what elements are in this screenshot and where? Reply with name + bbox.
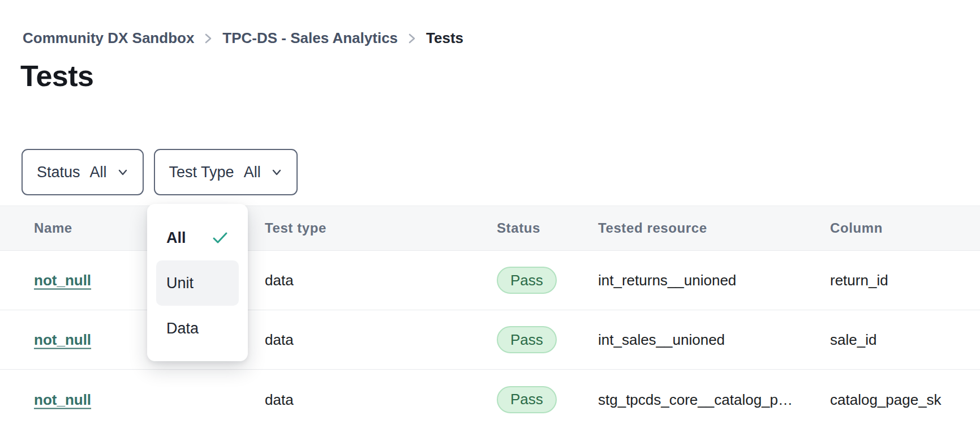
test-type-dropdown-menu: All Unit Data <box>147 204 248 361</box>
test-type-cell: data <box>265 272 294 289</box>
column-header-column: Column <box>830 206 883 250</box>
page-title: Tests <box>20 59 93 93</box>
test-type-filter-value: All <box>244 164 261 181</box>
chevron-right-icon <box>203 31 213 46</box>
column-header-tested-resource: Tested resource <box>598 206 707 250</box>
filter-bar: Status All Test Type All <box>22 149 298 195</box>
status-filter-button[interactable]: Status All <box>22 149 144 195</box>
status-badge: Pass <box>497 386 557 413</box>
status-badge: Pass <box>497 267 557 294</box>
column-cell: return_id <box>830 272 888 289</box>
test-type-cell: data <box>265 331 294 349</box>
status-cell: Pass <box>497 326 557 353</box>
status-badge: Pass <box>497 326 557 353</box>
test-name-cell: not_null <box>34 391 91 408</box>
dropdown-option-unit[interactable]: Unit <box>156 260 239 306</box>
test-name-link[interactable]: not_null <box>34 272 91 289</box>
status-filter-value: All <box>90 164 107 181</box>
status-filter-label: Status <box>37 164 80 181</box>
status-cell: Pass <box>497 386 557 413</box>
column-cell: sale_id <box>830 331 876 349</box>
test-name-link[interactable]: not_null <box>34 391 91 408</box>
column-header-name: Name <box>34 206 72 250</box>
breadcrumb-item-current: Tests <box>426 29 463 47</box>
column-header-status: Status <box>497 206 540 250</box>
dropdown-option-label: Data <box>166 320 199 337</box>
breadcrumb-item-project[interactable]: TPC-DS - Sales Analytics <box>222 29 398 47</box>
tested-resource-cell: int_sales__unioned <box>598 331 725 349</box>
test-type-cell: data <box>265 391 294 408</box>
dropdown-option-data[interactable]: Data <box>156 306 239 351</box>
breadcrumb-item-account[interactable]: Community DX Sandbox <box>23 29 194 47</box>
dropdown-option-label: All <box>166 229 186 247</box>
test-name-link[interactable]: not_null <box>34 331 91 348</box>
column-cell: catalog_page_sk <box>830 391 942 408</box>
breadcrumb: Community DX Sandbox TPC-DS - Sales Anal… <box>23 29 463 47</box>
status-cell: Pass <box>497 267 557 294</box>
test-type-filter-button[interactable]: Test Type All <box>154 149 298 195</box>
dropdown-option-label: Unit <box>166 275 194 292</box>
chevron-down-icon <box>270 166 283 178</box>
dropdown-option-all[interactable]: All <box>156 215 239 260</box>
table-row: not_null data Pass stg_tpcds_core__catal… <box>0 370 980 428</box>
check-icon <box>212 230 229 245</box>
chevron-down-icon <box>117 166 129 178</box>
test-name-cell: not_null <box>34 272 91 289</box>
tested-resource-cell: stg_tpcds_core__catalog_p… <box>598 391 793 408</box>
chevron-right-icon <box>407 31 417 46</box>
test-type-filter-label: Test Type <box>169 164 234 181</box>
test-name-cell: not_null <box>34 331 91 349</box>
column-header-test-type: Test type <box>265 206 326 250</box>
tested-resource-cell: int_returns__unioned <box>598 272 736 289</box>
